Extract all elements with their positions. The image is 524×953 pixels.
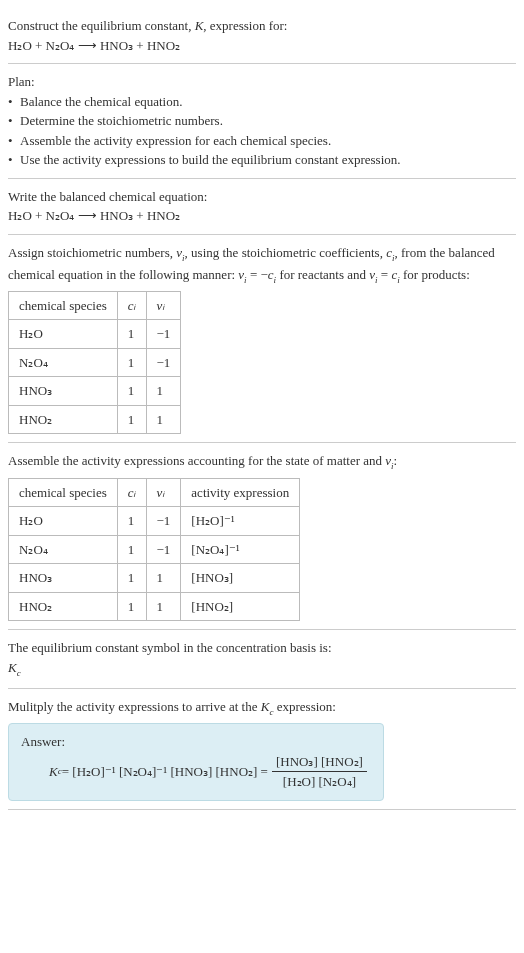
- intro-line: Construct the equilibrium constant, K, e…: [8, 16, 516, 36]
- cell-activity: [H₂O]⁻¹: [181, 507, 300, 536]
- cell-ci: 1: [117, 564, 146, 593]
- cell-species: HNO₂: [9, 592, 118, 621]
- table-row: H₂O1−1: [9, 320, 181, 349]
- cell-nui: −1: [146, 320, 181, 349]
- table-row: N₂O₄1−1: [9, 348, 181, 377]
- cell-activity: [HNO₃]: [181, 564, 300, 593]
- cell-ci: 1: [117, 535, 146, 564]
- cell-species: HNO₃: [9, 377, 118, 406]
- plan-bullet-1: •Balance the chemical equation.: [8, 92, 516, 112]
- table-row: HNO₃11: [9, 377, 181, 406]
- table-row: HNO₂11[HNO₂]: [9, 592, 300, 621]
- stoich-text: Assign stoichiometric numbers, νi, using…: [8, 243, 516, 287]
- final-pend: expression:: [273, 699, 335, 714]
- cell-species: H₂O: [9, 320, 118, 349]
- answer-k: K: [49, 762, 58, 782]
- bullet-icon: •: [8, 92, 20, 112]
- cell-nui: −1: [146, 507, 181, 536]
- cell-species: N₂O₄: [9, 535, 118, 564]
- final-text: Mulitply the activity expressions to arr…: [8, 697, 516, 719]
- balanced-equation: H₂O + N₂O₄ ⟶ HNO₃ + HNO₂: [8, 206, 516, 226]
- answer-numerator: [HNO₃] [HNO₂]: [272, 752, 367, 773]
- cell-nui: −1: [146, 348, 181, 377]
- activity-text: Assemble the activity expressions accoun…: [8, 451, 516, 473]
- plan-text-4: Use the activity expressions to build th…: [20, 150, 401, 170]
- intro-text-1: Construct the equilibrium constant,: [8, 18, 195, 33]
- col-nui: νᵢ: [146, 478, 181, 507]
- stoich-section: Assign stoichiometric numbers, νi, using…: [8, 235, 516, 444]
- col-species: chemical species: [9, 291, 118, 320]
- cell-ci: 1: [117, 377, 146, 406]
- table-header-row: chemical species cᵢ νᵢ: [9, 291, 181, 320]
- plan-section: Plan: •Balance the chemical equation. •D…: [8, 64, 516, 179]
- col-nui: νᵢ: [146, 291, 181, 320]
- cell-species: H₂O: [9, 507, 118, 536]
- table-row: HNO₃11[HNO₃]: [9, 564, 300, 593]
- rel2-eq: =: [378, 267, 392, 282]
- cell-nui: 1: [146, 592, 181, 621]
- plan-text-2: Determine the stoichiometric numbers.: [20, 111, 223, 131]
- activity-table: chemical species cᵢ νᵢ activity expressi…: [8, 478, 300, 622]
- intro-text-2: , expression for:: [203, 18, 287, 33]
- cell-nui: 1: [146, 564, 181, 593]
- activity-p: Assemble the activity expressions accoun…: [8, 453, 385, 468]
- cell-nui: −1: [146, 535, 181, 564]
- activity-section: Assemble the activity expressions accoun…: [8, 443, 516, 630]
- col-species: chemical species: [9, 478, 118, 507]
- balanced-section: Write the balanced chemical equation: H₂…: [8, 179, 516, 235]
- intro-equation: H₂O + N₂O₄ ⟶ HNO₃ + HNO₂: [8, 36, 516, 56]
- bullet-icon: •: [8, 131, 20, 151]
- answer-expression: Kc = [H₂O]⁻¹ [N₂O₄]⁻¹ [HNO₃] [HNO₂] = [H…: [21, 752, 371, 792]
- plan-bullet-3: •Assemble the activity expression for ea…: [8, 131, 516, 151]
- cell-ci: 1: [117, 507, 146, 536]
- final-section: Mulitply the activity expressions to arr…: [8, 689, 516, 810]
- cell-ci: 1: [117, 592, 146, 621]
- col-ci: cᵢ: [117, 478, 146, 507]
- answer-fraction: [HNO₃] [HNO₂] [H₂O] [N₂O₄]: [272, 752, 367, 792]
- stoich-p2: , using the stoichiometric coefficients,: [185, 245, 387, 260]
- plan-bullet-4: •Use the activity expressions to build t…: [8, 150, 516, 170]
- table-header-row: chemical species cᵢ νᵢ activity expressi…: [9, 478, 300, 507]
- cell-ci: 1: [117, 405, 146, 434]
- answer-label: Answer:: [21, 732, 371, 752]
- table-row: N₂O₄1−1[N₂O₄]⁻¹: [9, 535, 300, 564]
- cell-species: HNO₃: [9, 564, 118, 593]
- rel1-eq: = −: [247, 267, 268, 282]
- stoich-p4: for reactants and: [276, 267, 369, 282]
- bullet-icon: •: [8, 111, 20, 131]
- symbol-kc: Kc: [8, 658, 516, 680]
- col-ci: cᵢ: [117, 291, 146, 320]
- cell-ci: 1: [117, 348, 146, 377]
- symbol-c: c: [17, 667, 21, 677]
- cell-ci: 1: [117, 320, 146, 349]
- cell-activity: [N₂O₄]⁻¹: [181, 535, 300, 564]
- stoich-p5: for products:: [400, 267, 470, 282]
- final-p: Mulitply the activity expressions to arr…: [8, 699, 261, 714]
- answer-box: Answer: Kc = [H₂O]⁻¹ [N₂O₄]⁻¹ [HNO₃] [HN…: [8, 723, 384, 801]
- plan-title: Plan:: [8, 72, 516, 92]
- symbol-k: K: [8, 660, 17, 675]
- activity-pend: :: [394, 453, 398, 468]
- bullet-icon: •: [8, 150, 20, 170]
- plan-text-1: Balance the chemical equation.: [20, 92, 182, 112]
- answer-denominator: [H₂O] [N₂O₄]: [272, 772, 367, 792]
- symbol-text: The equilibrium constant symbol in the c…: [8, 638, 516, 658]
- symbol-section: The equilibrium constant symbol in the c…: [8, 630, 516, 689]
- intro-section: Construct the equilibrium constant, K, e…: [8, 8, 516, 64]
- stoich-p1: Assign stoichiometric numbers,: [8, 245, 176, 260]
- table-row: HNO₂11: [9, 405, 181, 434]
- table-row: H₂O1−1[H₂O]⁻¹: [9, 507, 300, 536]
- col-activity: activity expression: [181, 478, 300, 507]
- answer-eq: = [H₂O]⁻¹ [N₂O₄]⁻¹ [HNO₃] [HNO₂] =: [62, 762, 268, 782]
- plan-bullet-2: •Determine the stoichiometric numbers.: [8, 111, 516, 131]
- plan-text-3: Assemble the activity expression for eac…: [20, 131, 331, 151]
- cell-nui: 1: [146, 405, 181, 434]
- balanced-title: Write the balanced chemical equation:: [8, 187, 516, 207]
- cell-species: HNO₂: [9, 405, 118, 434]
- cell-species: N₂O₄: [9, 348, 118, 377]
- cell-activity: [HNO₂]: [181, 592, 300, 621]
- cell-nui: 1: [146, 377, 181, 406]
- stoich-table: chemical species cᵢ νᵢ H₂O1−1 N₂O₄1−1 HN…: [8, 291, 181, 435]
